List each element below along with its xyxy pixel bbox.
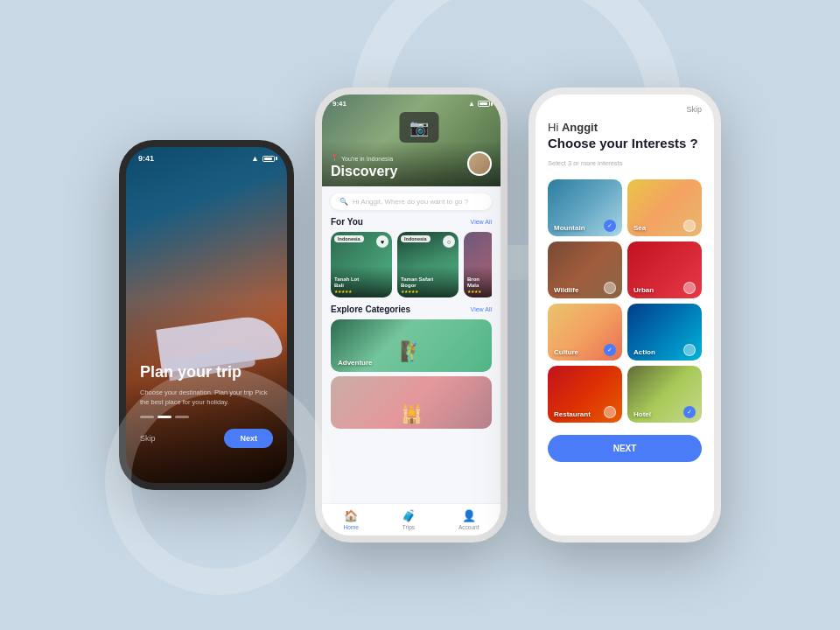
card-info-3: BronMala ★★★★ [464,266,492,298]
nav-home[interactable]: 🏠 Home [344,509,359,530]
greeting-question: Choose your Interests ? [548,136,702,150]
explore-header: Explore Categories View All [331,304,492,314]
explore-card-adventure[interactable]: 🧗 Adventure [331,319,492,372]
location-row: 📍 You're in Indonesia [331,155,398,162]
card-name-1: Tanah LotBali [334,276,388,289]
interests-header: Skip [536,94,714,121]
account-icon: 👤 [462,509,476,522]
for-you-title: For You [331,217,363,227]
status-time-1: 9:41 [138,154,154,163]
nav-trips-label: Trips [402,524,415,530]
interest-action[interactable]: Action [627,304,702,360]
destination-card-3[interactable]: BronMala ★★★★ [464,232,492,298]
user-avatar [467,151,492,176]
wifi-icon-2: ▲ [468,100,475,108]
wifi-icon: ▲ [251,154,259,163]
nav-bar: 🏠 Home 🧳 Trips 👤 Account [322,503,500,536]
interests-next-button[interactable]: NEXT [548,435,702,462]
explore-label-adventure: Adventure [338,359,373,367]
card-fav-2[interactable]: ○ [443,235,455,248]
restaurant-check [604,406,616,418]
interest-wildlife[interactable]: Wildlife [548,242,622,298]
interest-hotel[interactable]: Hotel ✓ [627,366,702,423]
nav-trips[interactable]: 🧳 Trips [402,509,416,530]
onboarding-title: Plan your trip [140,363,273,382]
status-bar-2: 9:41 ▲ [322,94,500,109]
discovery-body: 🔍 Hi Anggit, Where do you want to go ? F… [322,186,500,440]
hotel-label: Hotel [634,410,651,418]
culture-label: Culture [554,348,578,356]
discovery-header-image: 9:41 ▲ 📷 📍 You're in Indonesia Discovery [322,94,500,186]
mountain-check: ✓ [604,220,616,232]
location-pin-icon: 📍 [331,155,339,162]
greeting-section: Hi Anggit Choose your Interests ? Select… [536,121,714,174]
hotel-check: ✓ [683,406,696,418]
for-you-header: For You View All [331,217,492,227]
dot-3 [175,416,189,418]
destination-card-2[interactable]: Indonesia ○ Taman SafariBogor ★★★★★ [397,232,458,298]
battery-icon-2 [478,101,490,107]
interest-urban[interactable]: Urban [627,242,702,298]
camera-icon: 📷 [400,112,439,143]
skip-link[interactable]: Skip [686,105,702,114]
nav-account-label: Account [458,524,480,530]
explore-title: Explore Categories [331,304,410,314]
interest-sea[interactable]: Sea [627,179,702,236]
sea-label: Sea [634,224,646,232]
interest-restaurant[interactable]: Restaurant [548,366,622,423]
mountain-label: Mountain [554,224,585,232]
card-tag-1: Indonesia [334,235,364,242]
explore-view-all[interactable]: View All [471,306,492,312]
phone-interests: Skip Hi Anggit Choose your Interests ? S… [528,88,721,542]
nav-home-label: Home [344,524,359,530]
sea-check [683,220,696,232]
next-button[interactable]: Next [224,429,273,448]
urban-label: Urban [634,286,654,294]
discovery-heading: Discovery [331,164,398,179]
phone-discovery: 9:41 ▲ 📷 📍 You're in Indonesia Discovery… [315,88,508,542]
dot-1 [140,416,154,418]
onboarding-content: Plan your trip Choose your destination. … [140,363,273,448]
interests-subtitle: Select 3 or more interests [548,159,622,167]
battery-icon-1 [262,156,275,162]
home-icon: 🏠 [344,509,358,522]
bottom-actions: Skip Next [140,429,273,448]
dot-2 [158,416,172,418]
destination-card-1[interactable]: Indonesia ♥ Tanah LotBali ★★★★★ [331,232,392,298]
wildlife-label: Wildlife [554,286,578,294]
explore-bg-2: 🕌 [331,376,492,429]
greeting-hi: Hi Anggit [548,121,702,134]
phone-onboarding: 9:41 ▲ Plan your trip Choose your destin… [119,140,294,490]
search-placeholder: Hi Anggit, Where do you want to go ? [353,198,468,206]
interests-grid: Mountain ✓ Sea Wildlife Urban Culture ✓ [536,174,714,428]
card-stars-3: ★★★★ [467,289,492,294]
card-tag-2: Indonesia [401,235,430,242]
card-info-1: Tanah LotBali ★★★★★ [331,266,392,298]
next-area: NEXT [536,428,714,469]
pagination-dots [140,416,273,418]
explore-card-heritage[interactable]: 🕌 [331,376,492,429]
restaurant-label: Restaurant [554,410,591,418]
card-fav-1[interactable]: ♥ [376,235,388,248]
card-name-3: BronMala [467,276,492,289]
status-time-2: 9:41 [332,100,346,108]
search-icon: 🔍 [340,198,348,206]
status-bar-1: 9:41 ▲ [126,147,287,166]
for-you-view-all[interactable]: View All [471,219,492,225]
for-you-cards: Indonesia ♥ Tanah LotBali ★★★★★ Indonesi… [331,232,492,298]
location-text: You're in Indonesia [341,156,393,162]
culture-check: ✓ [604,344,616,356]
card-info-2: Taman SafariBogor ★★★★★ [397,266,458,298]
wildlife-check [604,282,616,294]
interest-culture[interactable]: Culture ✓ [548,304,622,360]
header-info: 📍 You're in Indonesia Discovery [331,155,398,179]
interest-mountain[interactable]: Mountain ✓ [548,179,622,236]
card-name-2: Taman SafariBogor [401,276,455,289]
action-check [683,344,696,356]
skip-button[interactable]: Skip [140,434,156,443]
card-stars-2: ★★★★★ [401,289,455,294]
card-stars-1: ★★★★★ [334,289,388,294]
trips-icon: 🧳 [402,509,416,522]
search-bar[interactable]: 🔍 Hi Anggit, Where do you want to go ? [331,193,492,210]
nav-account[interactable]: 👤 Account [458,509,480,530]
